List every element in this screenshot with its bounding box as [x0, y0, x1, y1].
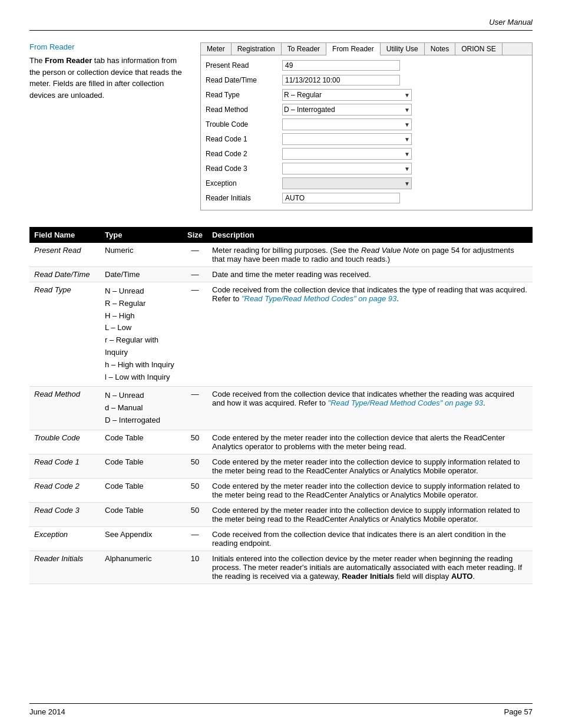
cell-desc-read-type: Code received from the collection device… [207, 282, 533, 387]
value-reader-initials [282, 193, 527, 203]
cell-type-read-code-2: Code Table [100, 478, 183, 502]
list-item: l – Low with Inquiry [105, 371, 178, 384]
data-table: Field Name Type Size Description Present… [29, 227, 533, 584]
cell-size-reader-initials: 10 [183, 551, 207, 584]
input-read-date-time[interactable] [282, 75, 400, 85]
cell-desc-read-code-2: Code entered by the meter reader into th… [207, 478, 533, 502]
select-read-type-value: R – Regular [284, 91, 322, 99]
value-present-read [282, 60, 527, 71]
list-item: h – High with Inquiry [105, 359, 178, 371]
tab-notes[interactable]: Notes [425, 43, 455, 55]
field-exception: Exception ▼ [206, 177, 527, 190]
cell-type-read-code-3: Code Table [100, 502, 183, 526]
cell-size-exception: — [183, 526, 207, 551]
type-list-read-method: N – Unread d – Manual D – Interrogated [105, 390, 178, 426]
field-reader-initials: Reader Initials [206, 192, 527, 205]
cell-desc-read-code-3: Code entered by the meter reader into th… [207, 502, 533, 526]
cell-field-read-method: Read Method [29, 387, 100, 430]
list-item: d – Manual [105, 402, 178, 414]
from-reader-text: From Reader The From Reader tab has info… [29, 42, 183, 210]
select-exception[interactable]: ▼ [282, 177, 412, 189]
table-row: Trouble Code Code Table 50 Code entered … [29, 430, 533, 454]
list-item: r – Regular with Inquiry [105, 334, 178, 359]
label-read-code-1: Read Code 1 [206, 135, 282, 143]
table-row: Reader Initials Alphanumeric 10 Initials… [29, 551, 533, 584]
input-present-read[interactable] [282, 60, 400, 71]
value-read-method: D – Interrogated ▼ [282, 104, 527, 116]
label-read-code-3: Read Code 3 [206, 164, 282, 173]
table-row: Read Method N – Unread d – Manual D – In… [29, 387, 533, 430]
cell-desc-read-code-1: Code entered by the meter reader into th… [207, 454, 533, 478]
form-body: Present Read Read Date/Time Read Type [201, 55, 532, 210]
page: User Manual From Reader The From Reader … [0, 0, 562, 728]
table-row: Read Code 2 Code Table 50 Code entered b… [29, 478, 533, 502]
cell-desc-exception: Code received from the collection device… [207, 526, 533, 551]
input-reader-initials[interactable] [282, 193, 400, 203]
type-list-read-type: N – Unread R – Regular H – High L – Low … [105, 285, 178, 383]
cell-field-read-type: Read Type [29, 282, 100, 387]
cell-field-trouble-code: Trouble Code [29, 430, 100, 454]
label-exception: Exception [206, 179, 282, 187]
cell-size-present-read: — [183, 243, 207, 267]
select-read-code-2[interactable]: ▼ [282, 148, 412, 160]
from-reader-section: From Reader The From Reader tab has info… [29, 42, 533, 210]
label-read-date-time: Read Date/Time [206, 76, 282, 84]
cell-size-read-type: — [183, 282, 207, 387]
tab-utility-use[interactable]: Utility Use [381, 43, 425, 55]
col-header-description: Description [207, 227, 533, 243]
value-trouble-code: ▼ [282, 118, 527, 130]
cell-type-reader-initials: Alphanumeric [100, 551, 183, 584]
chevron-down-icon: ▼ [404, 92, 410, 98]
cell-desc-trouble-code: Code entered by the meter reader into th… [207, 430, 533, 454]
table-row: Present Read Numeric — Meter reading for… [29, 243, 533, 267]
link-read-method[interactable]: "Read Type/Read Method Codes" on page 93 [328, 398, 483, 407]
value-exception: ▼ [282, 177, 527, 189]
cell-type-exception: See Appendix [100, 526, 183, 551]
cell-field-exception: Exception [29, 526, 100, 551]
tab-orion-se[interactable]: ORION SE [455, 43, 503, 55]
footer-right: Page 57 [504, 707, 533, 716]
select-read-code-1[interactable]: ▼ [282, 133, 412, 145]
table-row: Read Code 3 Code Table 50 Code entered b… [29, 502, 533, 526]
table-row: Exception See Appendix — Code received f… [29, 526, 533, 551]
header-title: User Manual [489, 18, 533, 27]
select-trouble-code[interactable]: ▼ [282, 118, 412, 130]
field-read-code-2: Read Code 2 ▼ [206, 147, 527, 160]
tab-form-container: Meter Registration To Reader From Reader… [200, 42, 533, 210]
tab-from-reader[interactable]: From Reader [326, 43, 381, 55]
list-item: N – Unread [105, 285, 178, 298]
chevron-down-icon-6: ▼ [404, 166, 410, 172]
field-trouble-code: Trouble Code ▼ [206, 118, 527, 131]
select-read-type[interactable]: R – Regular ▼ [282, 89, 412, 101]
chevron-down-icon-7: ▼ [404, 180, 410, 187]
list-item: D – Interrogated [105, 414, 178, 427]
cell-field-present-read: Present Read [29, 243, 100, 267]
cell-size-read-code-3: 50 [183, 502, 207, 526]
select-read-code-3[interactable]: ▼ [282, 163, 412, 174]
cell-size-read-date-time: — [183, 267, 207, 282]
label-read-method: Read Method [206, 106, 282, 114]
cell-field-read-code-1: Read Code 1 [29, 454, 100, 478]
list-item: H – High [105, 310, 178, 322]
chevron-down-icon-4: ▼ [404, 136, 410, 143]
cell-field-read-code-3: Read Code 3 [29, 502, 100, 526]
cell-field-read-code-2: Read Code 2 [29, 478, 100, 502]
link-read-type[interactable]: "Read Type/Read Method Codes" on page 93 [242, 294, 396, 303]
label-read-code-2: Read Code 2 [206, 150, 282, 158]
footer-left: June 2014 [29, 707, 65, 716]
select-read-method-value: D – Interrogated [284, 106, 335, 114]
label-read-type: Read Type [206, 91, 282, 99]
label-reader-initials: Reader Initials [206, 194, 282, 202]
chevron-down-icon-3: ▼ [404, 121, 410, 128]
tab-meter[interactable]: Meter [201, 43, 232, 55]
cell-desc-read-method: Code received from the collection device… [207, 387, 533, 430]
cell-type-trouble-code: Code Table [100, 430, 183, 454]
table-row: Read Date/Time Date/Time — Date and time… [29, 267, 533, 282]
tab-registration[interactable]: Registration [232, 43, 282, 55]
cell-size-read-code-1: 50 [183, 454, 207, 478]
select-read-method[interactable]: D – Interrogated ▼ [282, 104, 412, 116]
field-present-read: Present Read [206, 59, 527, 72]
tab-to-reader[interactable]: To Reader [282, 43, 326, 55]
cell-size-read-code-2: 50 [183, 478, 207, 502]
field-read-method: Read Method D – Interrogated ▼ [206, 103, 527, 116]
